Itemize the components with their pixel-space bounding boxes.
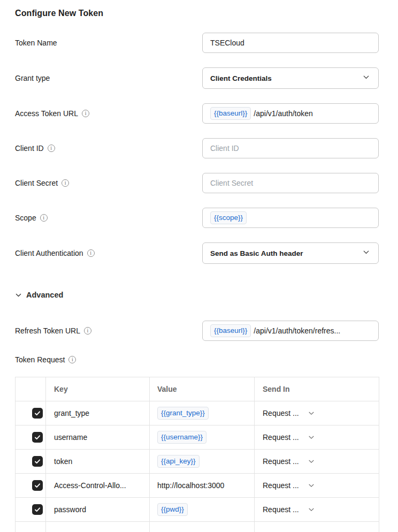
scope-label: Scope (15, 214, 36, 222)
row-value-variable-pill[interactable]: {{grant_type}} (157, 407, 209, 420)
chevron-down-icon (308, 409, 315, 417)
row-checkbox[interactable] (32, 504, 43, 515)
info-icon[interactable] (84, 327, 91, 335)
access-token-url-input[interactable]: {{baseurl}} /api/v1/auth/token (202, 103, 379, 124)
variable-pill: {{scope}} (210, 211, 247, 224)
grant-type-select[interactable]: Client Credentials (202, 67, 379, 89)
info-icon[interactable] (87, 249, 95, 257)
advanced-section-toggle[interactable]: Advanced (15, 291, 383, 299)
info-icon[interactable] (82, 110, 89, 117)
row-value[interactable]: http://localhost:3000 (157, 481, 224, 490)
client-secret-input[interactable] (210, 173, 371, 193)
row-checkbox[interactable] (32, 432, 43, 443)
url-path-text: /api/v1/auth/token/refres... (254, 326, 340, 335)
field-row-refresh-token-url: Refresh Token URL {{baseurl}} /api/v1/au… (15, 321, 383, 341)
send-in-select[interactable]: Request ... (263, 457, 315, 466)
token-request-table-body: grant_type{{grant_type}}Request ...usern… (16, 401, 379, 532)
table-row: Access-Control-Allo...http://localhost:3… (16, 474, 379, 498)
field-row-access-token-url: Access Token URL {{baseurl}} /api/v1/aut… (15, 103, 383, 124)
checkbox-column-header (16, 377, 46, 401)
row-checkbox[interactable] (32, 480, 43, 491)
client-id-label: Client ID (15, 144, 44, 153)
token-request-label: Token Request (15, 355, 65, 364)
variable-pill: {{baseurl}} (210, 107, 251, 120)
client-id-input[interactable] (210, 139, 371, 158)
configure-token-panel: Configure New Token Token Name Grant typ… (0, 0, 398, 532)
variable-pill: {{baseurl}} (210, 324, 251, 337)
field-row-client-id: Client ID (15, 138, 383, 158)
send-in-select[interactable]: Request ... (263, 433, 315, 442)
checkmark-icon (34, 506, 41, 513)
grant-type-label: Grant type (15, 74, 50, 82)
info-icon[interactable] (40, 214, 48, 222)
table-row: grant_type{{grant_type}}Request ... (16, 401, 379, 425)
row-checkbox[interactable] (32, 456, 43, 467)
scope-input[interactable]: {{scope}} (202, 208, 379, 228)
chevron-down-icon (15, 292, 22, 299)
value-column-header: Value (150, 377, 255, 401)
send-in-value: Request ... (263, 457, 299, 466)
refresh-token-url-label: Refresh Token URL (15, 326, 80, 335)
info-icon[interactable] (68, 356, 76, 363)
refresh-token-url-input[interactable]: {{baseurl}} /api/v1/auth/token/refres... (202, 321, 379, 341)
row-checkbox[interactable] (32, 408, 43, 419)
access-token-url-label: Access Token URL (15, 109, 78, 118)
row-key[interactable]: password (54, 505, 86, 514)
grant-type-value: Client Credentials (210, 74, 272, 82)
table-row-clipped (16, 522, 379, 532)
chevron-down-icon (362, 248, 370, 259)
info-icon[interactable] (62, 179, 69, 187)
send-in-value: Request ... (263, 409, 299, 417)
table-row: username{{username}}Request ... (16, 425, 379, 450)
send-in-select[interactable]: Request ... (263, 481, 315, 490)
token-name-input[interactable] (210, 33, 371, 52)
key-column-header: Key (46, 377, 150, 401)
advanced-label: Advanced (26, 291, 63, 299)
table-row: token{{api_key}}Request ... (16, 450, 379, 474)
row-value-variable-pill[interactable]: {{api_key}} (157, 455, 200, 468)
send-in-select[interactable]: Request ... (263, 505, 315, 514)
field-row-grant-type: Grant type Client Credentials (15, 67, 383, 89)
row-key[interactable]: username (54, 433, 87, 442)
send-in-value: Request ... (263, 505, 299, 514)
send-in-select[interactable]: Request ... (263, 409, 315, 417)
chevron-down-icon (308, 434, 315, 441)
row-key[interactable]: Access-Control-Allo... (54, 481, 126, 490)
row-key[interactable]: grant_type (54, 409, 89, 417)
chevron-down-icon (308, 458, 315, 465)
token-request-table: Key Value Send In grant_type{{grant_type… (15, 377, 379, 532)
checkmark-icon (34, 482, 41, 489)
client-authentication-label: Client Authentication (15, 249, 83, 257)
send-in-column-header: Send In (255, 377, 379, 401)
chevron-down-icon (308, 506, 315, 513)
table-row: password{{pwd}}Request ... (16, 498, 379, 522)
client-authentication-value: Send as Basic Auth header (210, 249, 303, 257)
row-value-variable-pill[interactable]: {{pwd}} (157, 503, 188, 516)
url-path-text: /api/v1/auth/token (254, 109, 313, 118)
token-request-label-row: Token Request (15, 355, 383, 364)
client-authentication-select[interactable]: Send as Basic Auth header (202, 242, 379, 264)
info-icon[interactable] (48, 145, 55, 152)
client-secret-label: Client Secret (15, 179, 58, 187)
chevron-down-icon (308, 482, 315, 489)
chevron-down-icon (362, 73, 370, 83)
row-key[interactable]: token (54, 457, 72, 466)
table-header-row: Key Value Send In (16, 377, 379, 401)
checkmark-icon (34, 409, 41, 417)
checkmark-icon (34, 434, 41, 441)
send-in-value: Request ... (263, 481, 299, 490)
checkmark-icon (34, 458, 41, 465)
send-in-value: Request ... (263, 433, 299, 442)
field-row-scope: Scope {{scope}} (15, 208, 383, 228)
page-title: Configure New Token (15, 9, 383, 18)
row-value-variable-pill[interactable]: {{username}} (157, 431, 206, 444)
token-name-label: Token Name (15, 39, 57, 47)
field-row-client-secret: Client Secret (15, 173, 383, 193)
field-row-token-name: Token Name (15, 33, 383, 53)
field-row-client-authentication: Client Authentication Send as Basic Auth… (15, 242, 383, 264)
